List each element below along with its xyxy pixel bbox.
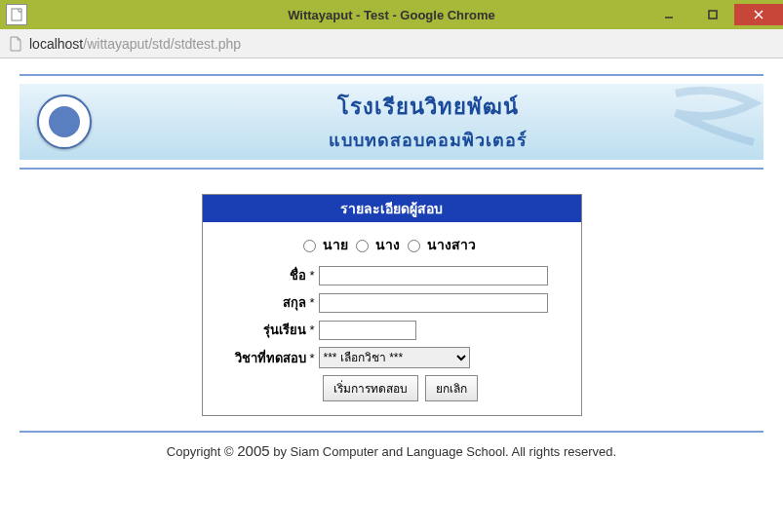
subject-label: วิชาที่ทดสอบ * (216, 348, 319, 368)
banner-text: โรงเรียนวิทยพัฒน์ แบบทดสอบคอมพิวเตอร์ (92, 90, 763, 154)
title-radio-mrs[interactable] (356, 240, 369, 252)
banner-decoration (666, 84, 763, 160)
firstname-input[interactable] (319, 266, 548, 285)
divider-mid (20, 168, 763, 170)
subject-select[interactable]: *** เลือกวิชา *** (319, 347, 470, 368)
form-header: รายละเอียดผู้สอบ (203, 195, 581, 222)
title-radio-mr[interactable] (303, 240, 316, 252)
divider-bottom (20, 431, 763, 433)
title-label-mr: นาย (323, 237, 348, 252)
title-radio-group: นาย นาง นางสาว (216, 230, 568, 265)
banner-title: โรงเรียนวิทยพัฒน์ (92, 90, 763, 124)
footer-prefix: Copyright © (167, 444, 237, 459)
url-host: localhost (29, 36, 83, 52)
footer: Copyright © 2005 by Siam Computer and La… (20, 442, 763, 459)
class-input[interactable] (319, 321, 416, 340)
cancel-button[interactable]: ยกเลิก (425, 375, 478, 401)
svg-rect-0 (12, 9, 21, 20)
title-label-miss: นางสาว (427, 237, 476, 252)
svg-rect-2 (709, 11, 717, 19)
app-icon (6, 4, 27, 25)
url-path: /wittayaput/std/stdtest.php (83, 36, 241, 52)
minimize-button[interactable] (646, 4, 690, 25)
window-titlebar: Wittayaput - Test - Google Chrome (0, 0, 783, 29)
class-label: รุ่นเรียน * (216, 320, 319, 340)
footer-suffix: by Siam Computer and Language School. Al… (270, 444, 617, 459)
window-controls (646, 4, 783, 25)
title-label-mrs: นาง (375, 237, 400, 252)
divider-top (20, 74, 763, 76)
title-radio-miss[interactable] (408, 240, 420, 252)
banner: โรงเรียนวิทยพัฒน์ แบบทดสอบคอมพิวเตอร์ (20, 84, 763, 160)
banner-subtitle: แบบทดสอบคอมพิวเตอร์ (92, 126, 763, 154)
footer-year: 2005 (237, 442, 269, 459)
lastname-input[interactable] (319, 293, 548, 313)
maximize-button[interactable] (690, 4, 734, 25)
page-icon (8, 36, 23, 52)
url-text: localhost/wittayaput/std/stdtest.php (29, 36, 241, 52)
close-button[interactable] (734, 4, 783, 25)
window-title: Wittayaput - Test - Google Chrome (288, 8, 495, 22)
page-content: โรงเรียนวิทยพัฒน์ แบบทดสอบคอมพิวเตอร์ รา… (0, 58, 783, 469)
form-box: รายละเอียดผู้สอบ นาย นาง นางสาว ชื่อ * ส… (202, 194, 582, 416)
firstname-label: ชื่อ * (216, 265, 319, 285)
start-button[interactable]: เริ่มการทดสอบ (323, 375, 418, 401)
lastname-label: สกุล * (216, 292, 319, 313)
school-logo (37, 95, 92, 149)
address-bar[interactable]: localhost/wittayaput/std/stdtest.php (0, 29, 783, 58)
